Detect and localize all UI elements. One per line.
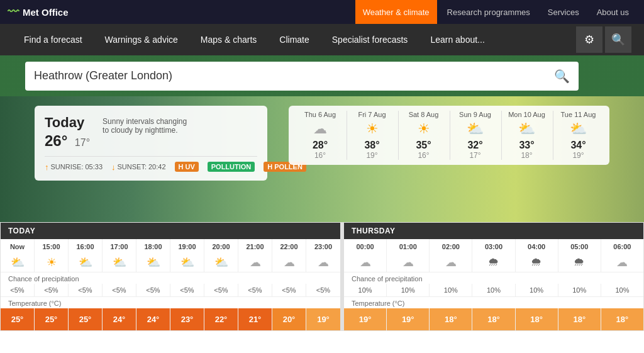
precip-val-4: 10%: [516, 284, 558, 296]
hour-col-3: 03:00 🌧: [472, 239, 515, 272]
forecast-day-label: Thu 6 Aug: [301, 111, 339, 118]
topnav-weather[interactable]: Weather & climate: [355, 0, 437, 24]
hour-col-2: 02:00 ☁: [430, 239, 472, 272]
search-bar: 🔍: [25, 62, 579, 91]
pollen-value: H: [267, 163, 272, 171]
forecast-day-1: Fri 7 Aug ☀ 38° 19°: [347, 111, 397, 160]
forecast-day-icon: ⛅: [457, 121, 494, 137]
temp-label: Temperature (°C): [344, 296, 643, 308]
temp-label: Temperature (°C): [1, 296, 340, 308]
precip-row: 10%10%10%10%10%10%10%: [344, 284, 643, 296]
topnav-research[interactable]: Research programmes: [440, 0, 538, 24]
sunrise-icon: ↑: [45, 162, 49, 172]
hourly-block-thursday: THURSDAY 00:00 ☁ 01:00 ☁ 02:00 ☁ 03:00 🌧…: [343, 222, 644, 331]
hour-time-label: 19:00: [170, 239, 204, 253]
today-temps: 26° 17°: [45, 132, 90, 150]
hour-icon: 🌧: [516, 253, 558, 271]
temp-cell-9: 19°: [306, 308, 340, 330]
forecast-day-icon: ☀: [353, 121, 391, 137]
forecast-day-low: 16°: [301, 151, 339, 160]
forecast-day-high: 38°: [353, 140, 391, 151]
hour-col-5: 19:00 ⛅: [170, 239, 204, 272]
temp-cell-7: 21°: [238, 308, 272, 330]
sunrise-item: ↑ SUNRISE: 05:33: [45, 162, 103, 172]
forecast-day-high: 34°: [560, 140, 597, 151]
precip-val-4: <5%: [136, 284, 170, 296]
forecast-day-label: Sat 8 Aug: [405, 111, 442, 118]
search-button[interactable]: 🔍: [605, 26, 631, 53]
pollution-label: POLLUTION: [211, 163, 252, 171]
search-submit[interactable]: 🔍: [554, 69, 570, 84]
hour-time-label: 15:00: [35, 239, 68, 253]
forecast-day-5: Tue 11 Aug ⛅ 34° 19°: [553, 111, 603, 160]
sunset-icon: ↓: [111, 162, 116, 172]
hour-col-0: 00:00 ☁: [344, 239, 387, 272]
forecast-day-icon: ⛅: [560, 121, 597, 137]
temp-cell-6: 18°: [601, 308, 643, 330]
temp-cell-6: 22°: [204, 308, 238, 330]
forecast-day-label: Tue 11 Aug: [560, 111, 597, 118]
hour-icon: ☁: [272, 253, 306, 272]
precip-val-1: <5%: [35, 284, 69, 296]
hourly-times-row: Now ⛅ 15:00 ☀ 16:00 ⛅ 17:00 ⛅ 18:00 ⛅ 19…: [1, 239, 340, 272]
forecast-day-3: Sun 9 Aug ⛅ 32° 17°: [450, 111, 500, 160]
forecast-day-0: Thu 6 Aug ☁ 28° 16°: [295, 111, 345, 160]
hour-col-7: 21:00 ☁: [238, 239, 272, 272]
main-nav: Find a forecast Warnings & advice Maps &…: [0, 24, 644, 55]
hour-icon: ⛅: [1, 253, 34, 272]
hour-time-label: 05:00: [558, 239, 601, 253]
forecast-day-4: Mon 10 Aug ⛅ 33° 18°: [501, 111, 552, 160]
nav-climate[interactable]: Climate: [268, 24, 320, 55]
forecast-day-icon: ⛅: [508, 121, 545, 137]
nav-find-forecast[interactable]: Find a forecast: [13, 24, 94, 55]
nav-specialist[interactable]: Specialist forecasts: [321, 24, 419, 55]
uv-badge: H UV: [175, 162, 199, 172]
search-input[interactable]: [34, 69, 554, 82]
hourly-section: TODAY Now ⛅ 15:00 ☀ 16:00 ⛅ 17:00 ⛅ 18:0…: [0, 222, 644, 331]
nav-warnings[interactable]: Warnings & advice: [94, 24, 189, 55]
today-weather-card: Today 26° 17° Sunny intervals changing t…: [35, 106, 267, 181]
hour-col-4: 04:00 🌧: [516, 239, 558, 272]
forecast-day-low: 18°: [508, 151, 545, 160]
hour-time-label: 21:00: [238, 239, 272, 253]
hour-col-4: 18:00 ⛅: [136, 239, 170, 272]
precip-val-9: <5%: [306, 284, 340, 296]
temp-cell-4: 24°: [136, 308, 170, 330]
hour-time-label: 06:00: [601, 239, 643, 253]
hour-icon: ⛅: [204, 253, 238, 272]
hour-icon: 🌧: [558, 253, 601, 271]
topnav-about[interactable]: About us: [589, 0, 636, 24]
topnav-services[interactable]: Services: [540, 0, 587, 24]
sunset-item: ↓ SUNSET: 20:42: [111, 162, 166, 172]
hour-col-9: 23:00 ☁: [306, 239, 340, 272]
nav-icons: ⚙ 🔍: [576, 26, 631, 53]
forecast-day-high: 32°: [457, 140, 494, 151]
hero: Today 26° 17° Sunny intervals changing t…: [0, 96, 644, 222]
forecast-day-high: 28°: [301, 140, 339, 151]
hour-col-6: 20:00 ⛅: [204, 239, 238, 272]
nav-learn[interactable]: Learn about...: [419, 24, 496, 55]
forecast-day-high: 33°: [508, 140, 545, 151]
forecast-day-low: 17°: [457, 151, 494, 160]
precip-val-8: <5%: [272, 284, 306, 296]
hour-icon: ⛅: [136, 253, 170, 272]
forecast-day-label: Fri 7 Aug: [353, 111, 391, 118]
settings-button[interactable]: ⚙: [576, 26, 602, 53]
precip-val-1: 10%: [387, 284, 430, 296]
hour-icon: ⛅: [170, 253, 204, 272]
hour-icon: ☁: [430, 253, 472, 272]
forecast-day-high: 35°: [405, 140, 442, 151]
hour-time-label: 16:00: [69, 239, 102, 253]
hour-icon: ☁: [601, 253, 643, 272]
precip-val-6: <5%: [204, 284, 238, 296]
hour-col-8: 22:00 ☁: [272, 239, 306, 272]
hour-time-label: 02:00: [430, 239, 472, 253]
forecast-day-low: 19°: [560, 151, 597, 160]
hour-col-0: Now ⛅: [1, 239, 35, 272]
temp-cell-5: 23°: [170, 308, 204, 330]
nav-maps[interactable]: Maps & charts: [189, 24, 268, 55]
main-nav-links: Find a forecast Warnings & advice Maps &…: [13, 24, 576, 55]
hour-icon: ⛅: [69, 253, 102, 272]
top-nav-links: Weather & climate Research programmes Se…: [355, 0, 636, 24]
forecast-day-icon: ☀: [405, 121, 442, 137]
